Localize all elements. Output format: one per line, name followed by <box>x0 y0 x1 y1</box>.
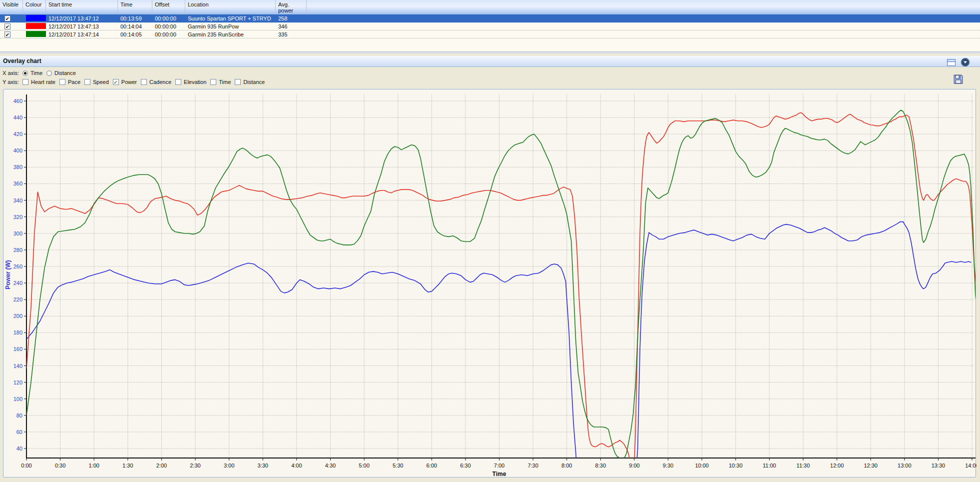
collapse-panel-icon[interactable] <box>961 58 970 68</box>
y-axis-checkbox-speed[interactable] <box>84 79 90 85</box>
visible-checkbox[interactable]: ✔ <box>4 16 10 22</box>
svg-text:320: 320 <box>13 214 22 220</box>
visible-cell: ✔ <box>0 30 23 38</box>
svg-text:2:30: 2:30 <box>190 462 200 468</box>
x-axis-option-label: Distance <box>54 70 76 76</box>
column-header-time[interactable]: Time <box>118 0 152 14</box>
time-cell: 00:14:05 <box>118 30 152 38</box>
svg-text:140: 140 <box>13 363 22 369</box>
colour-cell <box>23 30 46 38</box>
column-header-offset[interactable]: Offset <box>152 0 185 14</box>
save-icon[interactable] <box>954 74 963 85</box>
y-axis-option-label: Time <box>219 79 231 85</box>
avg-power-cell: 258 <box>276 14 307 22</box>
svg-text:4:00: 4:00 <box>291 462 302 468</box>
svg-text:10:00: 10:00 <box>695 462 709 468</box>
y-axis-checkbox-elevation[interactable] <box>175 79 181 85</box>
table-rows: ✔12/12/2017 13:47:1200:13:5900:00:00Suun… <box>0 14 980 38</box>
y-axis-option-label: Speed <box>93 79 109 85</box>
svg-text:2:00: 2:00 <box>156 462 167 468</box>
svg-text:160: 160 <box>13 346 22 352</box>
overlay-chart-panel: 4060801001201401601802002202402602803003… <box>3 89 976 478</box>
visible-checkbox[interactable]: ✔ <box>4 32 10 38</box>
svg-text:0:30: 0:30 <box>55 462 65 468</box>
column-header-colour[interactable]: Colour <box>23 0 46 14</box>
location-cell: Suunto Spartan SPORT + STRYD <box>185 14 276 22</box>
y-axis-checkbox-power[interactable]: ✓ <box>113 79 119 85</box>
table-row[interactable]: ✔12/12/2017 13:47:1400:14:0500:00:00Garm… <box>0 30 980 38</box>
svg-text:80: 80 <box>16 412 22 418</box>
avg-power-cell: 335 <box>276 30 307 38</box>
table-row[interactable]: ✔12/12/2017 13:47:1300:14:0400:00:00Garm… <box>0 22 980 30</box>
column-header-location[interactable]: Location <box>185 0 276 14</box>
column-header-avg-power[interactable]: Avg. power <box>276 0 307 14</box>
svg-text:40: 40 <box>16 446 22 452</box>
overlay-chart-title: Overlay chart <box>3 58 41 64</box>
svg-text:6:30: 6:30 <box>460 462 471 468</box>
svg-text:7:00: 7:00 <box>494 462 504 468</box>
svg-text:220: 220 <box>13 296 22 302</box>
location-cell: Garmin 235 RunScribe <box>185 30 276 38</box>
svg-text:260: 260 <box>13 264 22 270</box>
offset-cell: 00:00:00 <box>152 14 185 22</box>
start-time-cell: 12/12/2017 13:47:13 <box>46 22 118 30</box>
svg-text:14:00: 14:00 <box>965 462 977 468</box>
x-axis-option-label: Time <box>30 70 42 76</box>
svg-text:10:30: 10:30 <box>729 462 743 468</box>
svg-text:13:30: 13:30 <box>932 462 946 468</box>
y-axis-option-label: Cadence <box>149 79 171 85</box>
colour-cell <box>23 14 46 22</box>
y-axis-option-label: Distance <box>243 79 265 85</box>
column-header-visible[interactable]: Visible <box>0 0 23 14</box>
svg-text:9:00: 9:00 <box>629 462 639 468</box>
svg-text:7:30: 7:30 <box>527 462 538 468</box>
svg-text:200: 200 <box>13 313 22 319</box>
table-header-row: VisibleColourStart timeTimeOffsetLocatio… <box>0 0 980 14</box>
svg-text:12:00: 12:00 <box>830 462 844 468</box>
location-cell: Garmin 935 RunPow <box>185 22 276 30</box>
offset-cell: 00:00:00 <box>152 30 185 38</box>
svg-text:360: 360 <box>13 180 22 186</box>
colour-swatch <box>26 31 46 37</box>
panel-layout-icon[interactable] <box>947 59 956 67</box>
y-axis-checkbox-distance[interactable] <box>235 79 241 85</box>
activities-table: VisibleColourStart timeTimeOffsetLocatio… <box>0 0 980 52</box>
svg-text:13:00: 13:00 <box>898 462 912 468</box>
y-axis-label: Y axis: <box>2 79 19 85</box>
svg-text:340: 340 <box>13 198 22 204</box>
svg-text:100: 100 <box>13 396 22 402</box>
start-time-cell: 12/12/2017 13:47:14 <box>46 30 118 38</box>
svg-text:460: 460 <box>13 98 22 104</box>
svg-text:5:30: 5:30 <box>393 462 403 468</box>
svg-text:3:00: 3:00 <box>224 462 234 468</box>
time-cell: 00:14:04 <box>118 22 152 30</box>
visible-cell: ✔ <box>0 22 23 30</box>
y-axis-option-label: Power <box>121 79 137 85</box>
svg-text:8:30: 8:30 <box>595 462 606 468</box>
y-axis-checkbox-time[interactable] <box>210 79 216 85</box>
y-axis-checkbox-heart-rate[interactable] <box>22 79 28 85</box>
svg-text:12:30: 12:30 <box>864 462 878 468</box>
svg-text:440: 440 <box>13 114 22 120</box>
y-axis-title: Power (W) <box>4 260 11 290</box>
svg-text:300: 300 <box>13 230 22 236</box>
y-axis-checkbox-cadence[interactable] <box>141 79 147 85</box>
start-time-cell: 12/12/2017 13:47:12 <box>46 14 118 22</box>
svg-text:1:30: 1:30 <box>122 462 133 468</box>
x-axis-radio-distance[interactable] <box>46 70 52 76</box>
svg-text:180: 180 <box>13 330 22 336</box>
visible-checkbox[interactable]: ✔ <box>4 24 10 30</box>
splitter[interactable] <box>0 52 980 56</box>
column-header-start-time[interactable]: Start time <box>46 0 118 14</box>
y-axis-checkbox-pace[interactable] <box>59 79 65 85</box>
svg-text:6:00: 6:00 <box>427 462 437 468</box>
x-axis-label: X axis: <box>2 70 19 76</box>
y-axis-option-label: Pace <box>68 79 80 85</box>
svg-text:11:30: 11:30 <box>797 462 810 468</box>
svg-text:4:30: 4:30 <box>325 462 336 468</box>
svg-text:120: 120 <box>13 380 22 386</box>
colour-swatch <box>26 15 46 21</box>
table-row[interactable]: ✔12/12/2017 13:47:1200:13:5900:00:00Suun… <box>0 14 980 22</box>
x-axis-radio-time[interactable] <box>22 70 28 76</box>
x-axis-title: Time <box>492 470 506 478</box>
